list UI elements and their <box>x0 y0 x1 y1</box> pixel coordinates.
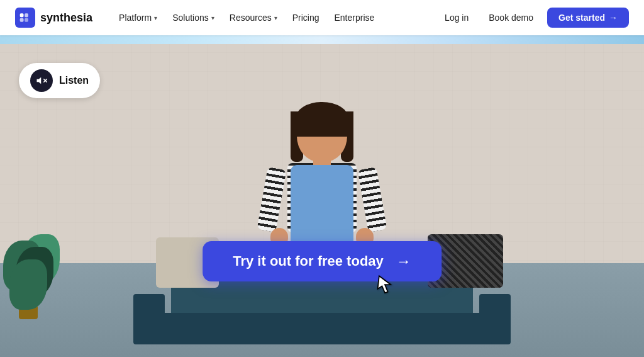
navigation: synthesia Platform ▾ Solutions ▾ Resourc… <box>0 0 644 35</box>
book-demo-button[interactable]: Book demo <box>482 9 540 26</box>
mute-icon <box>30 69 53 92</box>
video-scene <box>0 44 644 357</box>
logo[interactable]: synthesia <box>15 8 92 28</box>
gradient-strip <box>0 35 644 44</box>
hero-section: Listen Try it out for free today → <box>0 44 644 357</box>
svg-rect-3 <box>25 18 28 22</box>
nav-pricing[interactable]: Pricing <box>286 9 326 26</box>
svg-rect-0 <box>20 13 24 17</box>
nav-links: Platform ▾ Solutions ▾ Resources ▾ Prici… <box>113 9 438 26</box>
arrow-icon: → <box>609 13 618 23</box>
logo-text: synthesia <box>40 11 92 25</box>
nav-resources[interactable]: Resources ▾ <box>223 9 284 26</box>
svg-rect-2 <box>20 18 24 22</box>
person-arm-left <box>257 167 287 232</box>
get-started-button[interactable]: Get started → <box>547 8 629 28</box>
chevron-down-icon: ▾ <box>211 14 214 21</box>
person-arm-right <box>358 167 387 232</box>
chevron-down-icon: ▾ <box>274 14 277 21</box>
chevron-down-icon: ▾ <box>154 14 157 21</box>
svg-rect-1 <box>25 13 28 17</box>
plant-leaves <box>9 259 47 310</box>
listen-label: Listen <box>59 75 89 86</box>
nav-right: Log in Book demo Get started → <box>438 8 629 28</box>
person-avatar <box>259 105 385 319</box>
login-button[interactable]: Log in <box>438 9 475 26</box>
plant-decoration <box>19 307 38 319</box>
nav-enterprise[interactable]: Enterprise <box>328 9 380 26</box>
cta-button[interactable]: Try it out for free today → <box>203 241 441 281</box>
cta-label: Try it out for free today <box>233 253 384 269</box>
person-hair-top <box>295 102 349 137</box>
nav-platform[interactable]: Platform ▾ <box>113 9 164 26</box>
person-body <box>291 165 353 247</box>
listen-button[interactable]: Listen <box>19 63 100 98</box>
logo-icon <box>15 8 35 28</box>
cta-arrow-icon: → <box>396 252 411 270</box>
nav-solutions[interactable]: Solutions ▾ <box>166 9 221 26</box>
